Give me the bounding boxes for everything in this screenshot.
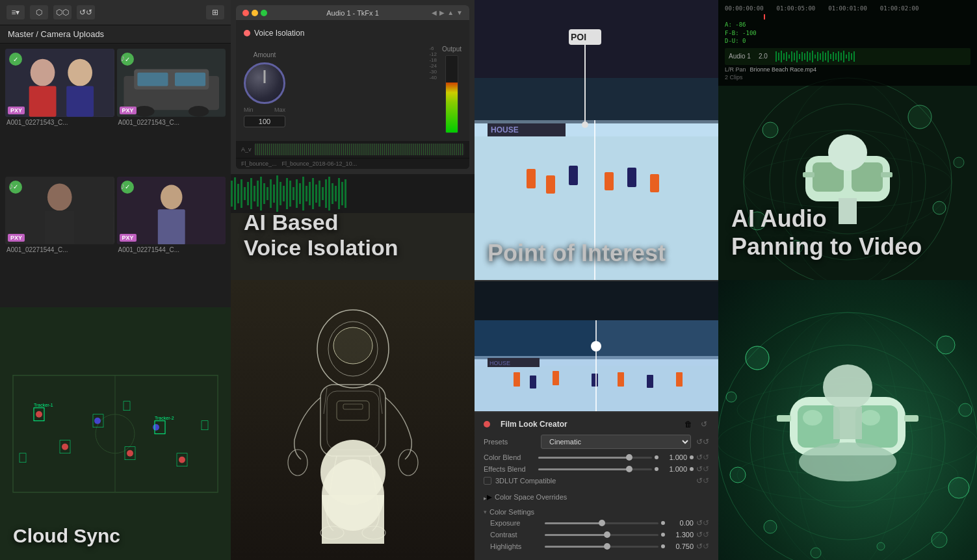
effects-blend-slider[interactable] (538, 468, 652, 470)
nav-next[interactable]: ▶ (439, 9, 445, 16)
highlights-thumb[interactable] (604, 543, 610, 550)
color-blend-reset[interactable]: ↺ (696, 453, 709, 462)
svg-rect-59 (293, 187, 294, 200)
svg-rect-125 (804, 53, 805, 60)
astronaut-bg (231, 280, 475, 560)
thumb-label-3: A001_02271544_C... (117, 244, 226, 255)
media-grid: ✓ PXY A001_02271543_C... ✓ (0, 44, 231, 307)
exposure-thumb[interactable] (599, 520, 605, 526)
trash-btn[interactable] (683, 419, 694, 429)
svg-rect-52 (270, 179, 272, 208)
voice-feature-label: AI Based Voice Isolation (244, 210, 398, 261)
media-thumb-3[interactable]: ✓ PXY ♪ (117, 177, 226, 245)
close-btn[interactable] (242, 10, 249, 16)
knob-value[interactable]: 100 (244, 116, 285, 127)
contrast-reset[interactable]: ↺ (696, 530, 709, 539)
import-btn[interactable]: ⬡ (30, 5, 48, 19)
svg-point-160 (320, 440, 385, 505)
timeline-bar (254, 144, 464, 155)
svg-point-204 (811, 548, 821, 558)
audio-level-display: A: -86 F-B: -100 D-U: 0 (725, 21, 970, 45)
svg-rect-84 (605, 172, 614, 190)
svg-rect-48 (257, 181, 259, 207)
thumb-label-0: A001_02271543_C... (5, 117, 114, 128)
nav-up[interactable]: ▲ (447, 9, 454, 16)
soccer-field-svg: Tracker-1 Tracker-2 (0, 307, 231, 561)
amount-knob[interactable] (244, 62, 285, 104)
svg-rect-54 (276, 175, 278, 212)
svg-rect-85 (627, 168, 636, 187)
clip-name: Brionne Beach Race.mp4 (750, 66, 817, 73)
highlights-reset[interactable]: ↺ (696, 542, 709, 551)
media-thumb-2[interactable]: ✓ PXY ♪ (5, 177, 114, 245)
threedlut-reset[interactable]: ↺ (696, 476, 709, 485)
svg-point-173 (591, 341, 601, 351)
color-settings-toggle[interactable]: ▾ Color Settings (484, 505, 709, 518)
svg-rect-136 (833, 52, 834, 61)
poi-feature-label: Point of Interest (488, 240, 666, 267)
threedlut-row: 3DLUT Compatible ↺ (484, 476, 709, 485)
svg-rect-70 (328, 177, 330, 210)
effects-blend-dot2 (690, 467, 694, 471)
svg-rect-81 (527, 169, 536, 188)
maximize-btn[interactable] (261, 10, 267, 16)
view-toggle-btn[interactable]: ≡▾ (7, 5, 25, 19)
svg-point-24 (94, 417, 101, 424)
svg-rect-44 (244, 187, 246, 200)
svg-rect-55 (280, 182, 281, 205)
exposure-reset[interactable]: ↺ (696, 518, 709, 528)
svg-line-156 (324, 388, 327, 414)
presets-reset-icon[interactable]: ↺ (696, 437, 709, 446)
svg-rect-123 (799, 54, 800, 59)
contrast-thumb[interactable] (604, 531, 610, 538)
output-meter-section: -6 -12 -18 -24 -30 -40 Output (429, 45, 462, 133)
svg-rect-174 (475, 281, 718, 320)
meter-label-2: -18 (429, 57, 437, 63)
svg-rect-117 (783, 53, 785, 60)
color-space-toggle[interactable]: ▸ Color Space Overrides (484, 488, 709, 505)
color-blend-thumb[interactable] (626, 454, 632, 461)
svg-rect-132 (822, 51, 824, 62)
contrast-slider[interactable] (545, 534, 658, 536)
effects-blend-reset[interactable]: ↺ (696, 465, 709, 474)
svg-point-202 (726, 392, 736, 402)
export-btn[interactable]: ⬡⬡ (53, 5, 72, 19)
highlights-fill (545, 546, 607, 548)
exposure-slider[interactable] (545, 522, 658, 524)
svg-rect-83 (569, 166, 578, 185)
presets-select[interactable]: Cinematic Natural Vivid (541, 435, 691, 449)
svg-point-101 (762, 122, 778, 138)
highlights-slider[interactable] (545, 546, 658, 548)
color-blend-slider[interactable] (538, 457, 652, 459)
svg-rect-143 (851, 53, 852, 60)
effects-blend-fill (538, 468, 629, 470)
nav-prev[interactable]: ◀ (432, 9, 437, 16)
color-blend-row: Color Blend 1.000 ↺ (484, 453, 709, 462)
svg-point-25 (127, 450, 133, 456)
reset-btn[interactable] (699, 419, 709, 429)
svg-rect-2 (29, 86, 57, 117)
meter-label-5: -40 (429, 75, 437, 81)
audio-waveform-bar (775, 50, 967, 63)
media-thumb-1[interactable]: ✓ PXY ♪ (117, 49, 226, 117)
vr-bg (718, 280, 977, 560)
minimize-btn[interactable] (252, 10, 258, 16)
effects-blend-thumb[interactable] (626, 466, 632, 472)
svg-rect-134 (827, 51, 829, 62)
effects-blend-value: 1.000 (661, 465, 687, 473)
media-thumb-0[interactable]: ✓ PXY (5, 49, 114, 117)
svg-point-27 (179, 456, 185, 463)
grid-view-btn[interactable]: ⊞ (206, 5, 224, 19)
svg-rect-167 (553, 371, 559, 385)
timecode-bar: 00:00:00:00 01:00:05:00 01:00:01:00 01:0… (725, 5, 970, 12)
sync-btn[interactable]: ↺↺ (77, 5, 95, 19)
tc-2: 01:00:01:00 (828, 5, 867, 12)
nav-down[interactable]: ▼ (456, 9, 463, 16)
voice-plugin-content: Voice Isolation Amount Min Max 100 (236, 21, 469, 141)
file-name-1: Fl_bounce_... (241, 160, 277, 167)
svg-point-92 (582, 121, 588, 128)
threedlut-checkbox[interactable] (484, 477, 491, 485)
svg-rect-133 (825, 53, 826, 60)
svg-rect-119 (788, 55, 790, 58)
panel-astronaut (231, 280, 475, 560)
